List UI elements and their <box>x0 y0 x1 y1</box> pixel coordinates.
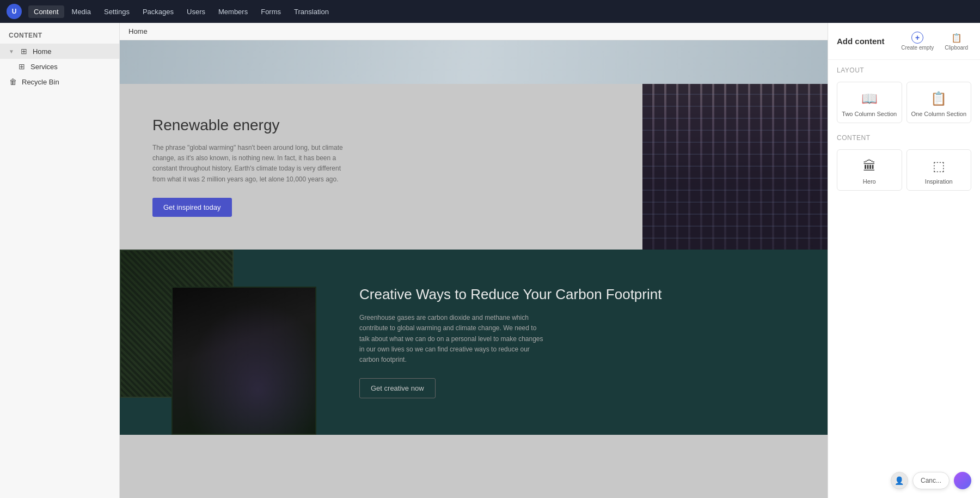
create-empty-button[interactable]: + Create empty <box>898 29 937 53</box>
recycle-bin-icon: 🗑 <box>9 77 17 86</box>
forest-image-2 <box>171 287 316 435</box>
nav-item-translation[interactable]: Translation <box>289 5 334 18</box>
image-strip <box>120 40 828 84</box>
carbon-title: Creative Ways to Reduce Your Carbon Foot… <box>359 286 795 304</box>
user-avatar-button[interactable] <box>954 472 971 489</box>
page-canvas: Renewable energy The phrase "global warm… <box>120 40 828 498</box>
inspiration-card[interactable]: ⬚ Inspiration <box>906 149 972 191</box>
panel-title: Add content <box>837 37 885 46</box>
hero-card[interactable]: 🏛 Hero <box>837 149 902 191</box>
layout-grid: 📖 Two Column Section 📋 One Column Sectio… <box>828 77 980 127</box>
hero-icon: 🏛 <box>863 159 876 174</box>
sidebar-item-home-label: Home <box>33 47 52 56</box>
create-empty-label: Create empty <box>901 45 934 51</box>
sidebar-item-recycle-label: Recycle Bin <box>22 78 59 86</box>
nav-item-settings[interactable]: Settings <box>99 5 135 18</box>
forest-overlay-2 <box>173 288 315 434</box>
renewable-section: Renewable energy The phrase "global warm… <box>120 84 828 250</box>
building-windows <box>642 84 828 250</box>
layout-section-label: Layout <box>828 60 980 77</box>
services-icon: ⊞ <box>17 62 26 71</box>
logo[interactable]: U <box>7 4 22 19</box>
nav-item-content[interactable]: Content <box>28 5 64 18</box>
person-icon-button[interactable]: 👤 <box>891 472 908 489</box>
sidebar-item-recycle-bin[interactable]: 🗑 Recycle Bin <box>0 74 119 89</box>
nav-item-media[interactable]: Media <box>66 5 96 18</box>
one-column-icon: 📋 <box>930 91 947 106</box>
sidebar-item-home[interactable]: ▼ ⊞ Home <box>0 44 119 59</box>
content-area: Home Renewable energy The phrase "global… <box>120 23 828 498</box>
nav-item-packages[interactable]: Packages <box>137 5 179 18</box>
image-strip-section <box>120 40 828 84</box>
sidebar-item-services-label: Services <box>30 63 58 71</box>
get-inspired-button[interactable]: Get inspired today <box>152 198 232 217</box>
hero-label: Hero <box>863 178 876 185</box>
breadcrumb: Home <box>120 23 828 40</box>
nav-item-users[interactable]: Users <box>181 5 211 18</box>
expand-arrow-icon: ▼ <box>9 48 14 54</box>
renewable-right-image <box>642 84 828 250</box>
clipboard-button[interactable]: 📋 Clipboard <box>941 29 971 53</box>
panel-actions: + Create empty 📋 Clipboard <box>898 29 971 53</box>
carbon-right: Creative Ways to Reduce Your Carbon Foot… <box>327 250 828 435</box>
nav-item-members[interactable]: Members <box>213 5 253 18</box>
plus-icon: + <box>911 32 923 44</box>
panel-header: Add content + Create empty 📋 Clipboard <box>828 23 980 60</box>
right-panel: Add content + Create empty 📋 Clipboard L… <box>828 23 980 498</box>
inspiration-icon: ⬚ <box>933 159 945 174</box>
renewable-left: Renewable energy The phrase "global warm… <box>120 84 642 250</box>
nav-item-forms[interactable]: Forms <box>255 5 286 18</box>
clipboard-label: Clipboard <box>945 45 968 51</box>
two-column-label: Two Column Section <box>842 111 897 117</box>
home-icon: ⊞ <box>20 47 28 56</box>
renewable-body: The phrase "global warming" hasn't been … <box>152 143 348 185</box>
carbon-section: Creative Ways to Reduce Your Carbon Foot… <box>120 250 828 435</box>
carbon-left-images <box>120 250 327 435</box>
two-column-icon: 📖 <box>861 91 878 106</box>
get-creative-button[interactable]: Get creative now <box>359 378 436 398</box>
sidebar-header: Content <box>0 27 119 44</box>
two-column-section-card[interactable]: 📖 Two Column Section <box>837 82 902 123</box>
clipboard-icon: 📋 <box>951 32 963 44</box>
canvas-wrapper[interactable]: Renewable energy The phrase "global warm… <box>120 40 828 498</box>
top-navigation: U Content Media Settings Packages Users … <box>0 0 980 23</box>
renewable-title: Renewable energy <box>152 117 610 134</box>
content-card-grid: 🏛 Hero ⬚ Inspiration <box>828 145 980 195</box>
cancel-button[interactable]: Canc... <box>912 472 950 489</box>
one-column-section-card[interactable]: 📋 One Column Section <box>906 82 972 123</box>
one-column-label: One Column Section <box>911 111 967 117</box>
content-section-label: Content <box>828 127 980 145</box>
forest-images <box>120 250 327 435</box>
carbon-body: Greenhouse gases are carbon dioxide and … <box>359 313 544 365</box>
sidebar: Content ▼ ⊞ Home ⊞ Services 🗑 Recycle Bi… <box>0 23 120 498</box>
inspiration-label: Inspiration <box>925 178 953 185</box>
sidebar-item-services[interactable]: ⊞ Services <box>0 59 119 74</box>
building-image <box>642 84 828 250</box>
bottom-bar: 👤 Canc... <box>891 472 971 489</box>
